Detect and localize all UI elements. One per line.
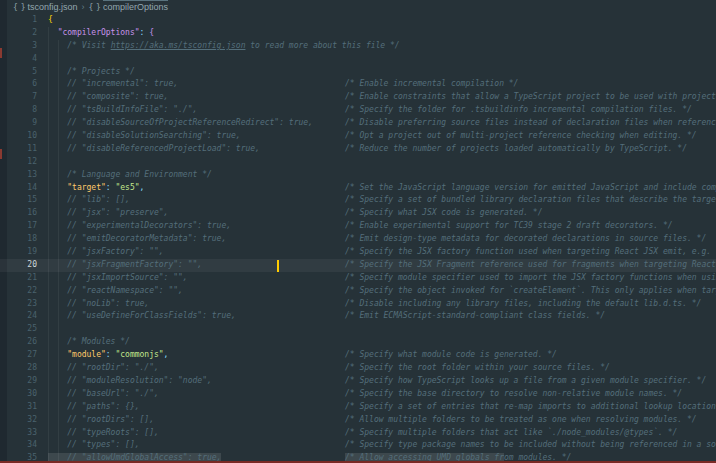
line-number[interactable]: 11 (0, 143, 37, 156)
line-number[interactable]: 3 (0, 40, 37, 53)
code-line[interactable]: 10 // "disableSolutionSearching": true,/… (0, 130, 716, 143)
code-line[interactable]: 29 // "moduleResolution": "node",/* Spec… (0, 375, 716, 388)
code-text: /* Language and Environment */ (48, 169, 212, 182)
code-line[interactable]: 5 /* Projects */ (0, 66, 716, 79)
line-number[interactable]: 16 (0, 207, 37, 220)
line-number[interactable]: 13 (0, 169, 37, 182)
line-number[interactable]: 31 (0, 401, 37, 414)
code-text: { (48, 14, 53, 27)
code-line[interactable]: 11 // "disableReferencedProjectLoad": tr… (0, 143, 716, 156)
token: /* Emit design-type metadata for decorat… (345, 234, 706, 243)
code-line[interactable]: 21 // "jsxImportSource": "",/* Specify m… (0, 272, 716, 285)
code-line[interactable]: 3 /* Visit https://aka.ms/tsconfig.json … (0, 40, 716, 53)
trailing-comment: /* Specify the JSX Fragment reference us… (345, 259, 716, 272)
token: // "jsx": "preserve", (48, 208, 168, 217)
token: { (48, 15, 53, 24)
token: "compilerOptions" (48, 28, 140, 37)
code-line[interactable]: 22 // "reactNamespace": "",/* Specify th… (0, 285, 716, 298)
line-number[interactable]: 22 (0, 285, 37, 298)
line-number[interactable]: 26 (0, 336, 37, 349)
line-number[interactable]: 29 (0, 375, 37, 388)
line-number[interactable]: 12 (0, 156, 37, 169)
code-line[interactable]: 32 // "rootDirs": [],/* Allow multiple f… (0, 414, 716, 427)
code-line[interactable]: 28 // "rootDir": "./",/* Specify the roo… (0, 362, 716, 375)
code-line[interactable]: 14 "target": "es5",/* Set the JavaScript… (0, 182, 716, 195)
line-number[interactable]: 20 (0, 259, 37, 272)
line-number[interactable]: 32 (0, 414, 37, 427)
code-line[interactable]: 31 // "paths": {},/* Specify a set of en… (0, 401, 716, 414)
code-text: // "types": [], (48, 439, 140, 452)
trailing-comment: /* Disable including any library files, … (345, 298, 701, 311)
line-number[interactable]: 33 (0, 427, 37, 440)
line-number[interactable]: 30 (0, 388, 37, 401)
code-line[interactable]: 4 (0, 53, 716, 66)
code-line[interactable]: 16 // "jsx": "preserve",/* Specify what … (0, 207, 716, 220)
trailing-comment: /* Specify the folder for .tsbuildinfo i… (345, 104, 692, 117)
code-line[interactable]: 23 // "noLib": true,/* Disable including… (0, 298, 716, 311)
code-line[interactable]: 19 // "jsxFactory": "",/* Specify the JS… (0, 246, 716, 259)
line-number[interactable]: 7 (0, 91, 37, 104)
token: // "incremental": true, (48, 79, 178, 88)
line-number[interactable]: 21 (0, 272, 37, 285)
token: // "rootDir": "./", (48, 363, 159, 372)
token: /* Specify module specifier used to impo… (345, 273, 716, 282)
token: // "jsxFactory": "", (48, 247, 164, 256)
line-number[interactable]: 1 (0, 14, 37, 27)
line-number[interactable]: 24 (0, 310, 37, 323)
token: // "emitDecoratorMetadata": true, (48, 234, 226, 243)
line-number[interactable]: 9 (0, 117, 37, 130)
code-line[interactable]: 6 // "incremental": true,/* Enable incre… (0, 78, 716, 91)
code-line[interactable]: 15 // "lib": [],/* Specify a set of bund… (0, 194, 716, 207)
token: // "jsxFragmentFactory": "", (48, 260, 202, 269)
line-number[interactable]: 19 (0, 246, 37, 259)
trailing-comment: /* Opt a project out of multi-project re… (345, 130, 697, 143)
code-line[interactable]: 2 "compilerOptions": { (0, 27, 716, 40)
code-line[interactable]: 20 // "jsxFragmentFactory": "",/* Specif… (0, 259, 716, 272)
line-number[interactable]: 5 (0, 66, 37, 79)
line-number[interactable]: 2 (0, 27, 37, 40)
code-line[interactable]: 17 // "experimentalDecorators": true,/* … (0, 220, 716, 233)
line-number[interactable]: 18 (0, 233, 37, 246)
code-line[interactable]: 27 "module": "commonjs",/* Specify what … (0, 349, 716, 362)
line-number[interactable]: 15 (0, 194, 37, 207)
trailing-comment: /* Reduce the number of projects loaded … (345, 143, 687, 156)
token: /* Specify what module code is generated… (345, 350, 557, 359)
line-number[interactable]: 6 (0, 78, 37, 91)
text-cursor (277, 260, 279, 272)
line-number[interactable]: 28 (0, 362, 37, 375)
code-lines: 1{2 "compilerOptions": {3 /* Visit https… (0, 14, 716, 463)
code-line[interactable]: 12 (0, 156, 716, 169)
trailing-comment: /* Disable preferring source files inste… (345, 117, 716, 130)
code-line[interactable]: 25 (0, 323, 716, 336)
code-line[interactable]: 1{ (0, 14, 716, 27)
code-line[interactable]: 30 // "baseUrl": "./",/* Specify the bas… (0, 388, 716, 401)
line-number[interactable]: 17 (0, 220, 37, 233)
token: "commonjs" (115, 350, 163, 359)
line-number[interactable]: 10 (0, 130, 37, 143)
code-line[interactable]: 34 // "types": [],/* Specify type packag… (0, 439, 716, 452)
breadcrumb-item-symbol[interactable]: { } compilerOptions (88, 2, 167, 12)
trailing-comment: /* Set the JavaScript language version f… (345, 182, 716, 195)
code-text: /* Projects */ (48, 66, 135, 79)
code-line[interactable]: 8 // "tsBuildInfoFile": "./",/* Specify … (0, 104, 716, 117)
line-number[interactable]: 4 (0, 53, 37, 66)
breadcrumb-item-file[interactable]: { } tsconfig.json (13, 2, 77, 12)
line-number[interactable]: 25 (0, 323, 37, 336)
line-number[interactable]: 23 (0, 298, 37, 311)
trailing-comment: /* Enable incremental compilation */ (345, 78, 518, 91)
code-line[interactable]: 9 // "disableSourceOfProjectReferenceRed… (0, 117, 716, 130)
code-line[interactable]: 24 // "useDefineForClassFields": true,/*… (0, 310, 716, 323)
code-line[interactable]: 33 // "typeRoots": [],/* Specify multipl… (0, 427, 716, 440)
code-text: // "disableSolutionSearching": true, (48, 130, 241, 143)
token: /* Specify the object invoked for `creat… (345, 286, 716, 295)
token: /* Specify a set of entries that re-map … (345, 402, 716, 411)
code-line[interactable]: 18 // "emitDecoratorMetadata": true,/* E… (0, 233, 716, 246)
line-number[interactable]: 8 (0, 104, 37, 117)
code-text: // "emitDecoratorMetadata": true, (48, 233, 226, 246)
code-line[interactable]: 26 /* Modules */ (0, 336, 716, 349)
line-number[interactable]: 27 (0, 349, 37, 362)
line-number[interactable]: 14 (0, 182, 37, 195)
code-line[interactable]: 13 /* Language and Environment */ (0, 169, 716, 182)
line-number[interactable]: 34 (0, 439, 37, 452)
code-line[interactable]: 7 // "composite": true,/* Enable constra… (0, 91, 716, 104)
